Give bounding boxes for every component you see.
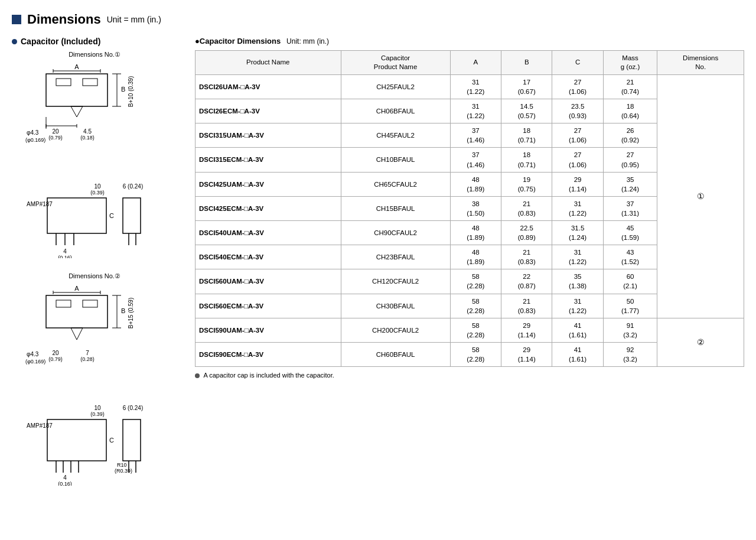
cell-mass: 27(0.95)	[603, 148, 657, 172]
th-a: A	[450, 51, 501, 75]
cell-b: 22.5(0.89)	[501, 221, 552, 245]
016-label-2: (0.16)	[58, 481, 72, 486]
amp187-block-1: AMP#187 10 (0.39) 6 (0.24)	[12, 181, 177, 258]
note-text: A capacitor cap is included with the cap…	[203, 372, 334, 379]
cell-b: 17(0.67)	[501, 74, 552, 99]
cell-a: 48(1.89)	[450, 245, 501, 269]
cell-cap-product-name: CH15BFAUL	[341, 196, 450, 220]
cell-b: 21(0.83)	[501, 294, 552, 318]
cell-mass: 43(1.52)	[603, 245, 657, 269]
r10-label: R10	[117, 462, 127, 468]
cell-cap-product-name: CH30BFAUL	[341, 294, 450, 318]
cell-c: 35(1.38)	[552, 269, 603, 294]
dim2-label: Dimensions No.②	[12, 272, 177, 280]
cell-mass: 92(3.2)	[603, 342, 657, 366]
cell-c: 41(1.61)	[552, 318, 603, 342]
cell-product-name: DSCI425UAM-□A-3V	[195, 172, 341, 196]
cell-b: 21(0.83)	[501, 196, 552, 220]
cell-product-name: DSCI560ECM-□A-3V	[195, 294, 341, 318]
cell-b: 29(1.14)	[501, 318, 552, 342]
20-label: 20	[52, 128, 59, 135]
bullet-circle-icon	[12, 39, 17, 44]
cell-mass: 35(1.24)	[603, 172, 657, 196]
cell-a: 48(1.89)	[450, 172, 501, 196]
mount-triangle-2	[71, 328, 83, 340]
th-cap-product-name: CapacitorProduct Name	[341, 51, 450, 75]
cell-c: 31(1.22)	[552, 294, 603, 318]
cell-a: 38(1.50)	[450, 196, 501, 220]
cell-a: 31(1.22)	[450, 99, 501, 123]
b-label-2: B	[121, 307, 125, 314]
title-accent-box	[12, 15, 21, 24]
cell-cap-product-name: CH65CFAUL2	[341, 172, 450, 196]
table-note: A capacitor cap is included with the cap…	[195, 372, 744, 379]
cell-b: 29(1.14)	[501, 342, 552, 366]
cell-product-name: DSCI540ECM-□A-3V	[195, 245, 341, 269]
amp187-svg-2: AMP#187 10 (0.39) 6 (0.24)	[24, 403, 165, 486]
amp187-label-2: AMP#187	[27, 422, 53, 429]
amp-body-2	[47, 419, 106, 461]
cell-product-name: DSCI425ECM-□A-3V	[195, 196, 341, 220]
cap-dim-title: ●Capacitor Dimensions Unit: mm (in.)	[195, 37, 744, 45]
amp187-svg-1: AMP#187 10 (0.39) 6 (0.24)	[24, 181, 165, 258]
4-label-1: 4	[63, 248, 67, 255]
a-label-2: A	[74, 285, 79, 292]
20-label-2: 20	[52, 350, 59, 356]
page-unit: Unit = mm (in.)	[107, 15, 161, 24]
cell-mass: 26(0.92)	[603, 123, 657, 148]
c-label-1: C	[109, 212, 114, 219]
phi-sub-2: (φ0.169)	[25, 359, 45, 365]
10-label-2: 10	[94, 405, 101, 411]
b-label: B	[121, 86, 125, 93]
10-label: 10	[94, 183, 101, 190]
cell-cap-product-name: CH90CFAUL2	[341, 221, 450, 245]
cell-product-name: DSCI26ECM-□A-3V	[195, 99, 341, 123]
079-label: (0.79)	[48, 135, 63, 141]
cell-cap-product-name: CH06BFAUL	[341, 99, 450, 123]
dim1-svg-wrapper: A B B+10 (0.39)	[12, 61, 177, 167]
cell-b: 22(0.87)	[501, 269, 552, 294]
cell-mass: 45(1.59)	[603, 221, 657, 245]
c-label-2: C	[109, 437, 114, 444]
cell-a: 58(2.28)	[450, 269, 501, 294]
th-c: C	[552, 51, 603, 75]
cell-a: 48(1.89)	[450, 221, 501, 245]
diagram-block-2: Dimensions No.② A B B+15 (0.59)	[12, 272, 177, 389]
cell-c: 27(1.06)	[552, 74, 603, 99]
cell-a: 37(1.46)	[450, 123, 501, 148]
6-label-1: 6 (0.24)	[123, 183, 143, 190]
amp-body-1	[47, 198, 106, 233]
cell-cap-product-name: CH120CFAUL2	[341, 269, 450, 294]
cell-cap-product-name: CH10BFAUL	[341, 148, 450, 172]
cell-c: 31(1.22)	[552, 196, 603, 220]
right-column: ●Capacitor Dimensions Unit: mm (in.) Pro…	[195, 37, 744, 379]
039-label-2: (0.39)	[90, 411, 105, 417]
dim1-label: Dimensions No.①	[12, 51, 177, 58]
cell-b: 14.5(0.57)	[501, 99, 552, 123]
cell-c: 31.5(1.24)	[552, 221, 603, 245]
mount-triangle	[71, 106, 83, 117]
dimensions-table: Product Name CapacitorProduct Name A B C…	[195, 50, 744, 367]
cell-a: 58(2.28)	[450, 294, 501, 318]
cell-c: 31(1.22)	[552, 245, 603, 269]
body-rect	[46, 74, 107, 106]
note-bullet-icon	[195, 373, 200, 378]
main-layout: Capacitor (Included) Dimensions No.① A	[12, 37, 744, 500]
body-rect-2	[46, 295, 107, 328]
cell-a: 58(2.28)	[450, 342, 501, 366]
amp187-label-1: AMP#187	[27, 201, 53, 207]
th-product-name: Product Name	[195, 51, 341, 75]
cell-mass: 91(3.2)	[603, 318, 657, 342]
b10-label: B+10 (0.39)	[128, 76, 134, 108]
cell-c: 27(1.06)	[552, 148, 603, 172]
cell-product-name: DSCI315ECM-□A-3V	[195, 148, 341, 172]
cell-product-name: DSCI590UAM-□A-3V	[195, 318, 341, 342]
6-label-2: 6 (0.24)	[123, 405, 143, 411]
cell-a: 58(2.28)	[450, 318, 501, 342]
table-row: DSCI26UAM-□A-3VCH25FAUL231(1.22)17(0.67)…	[195, 74, 744, 99]
svg-rect-9	[83, 300, 97, 307]
table-body: DSCI26UAM-□A-3VCH25FAUL231(1.22)17(0.67)…	[195, 74, 744, 366]
cell-b: 19(0.75)	[501, 172, 552, 196]
039-label: (0.39)	[90, 190, 105, 196]
cell-dim-no: ②	[657, 318, 744, 366]
